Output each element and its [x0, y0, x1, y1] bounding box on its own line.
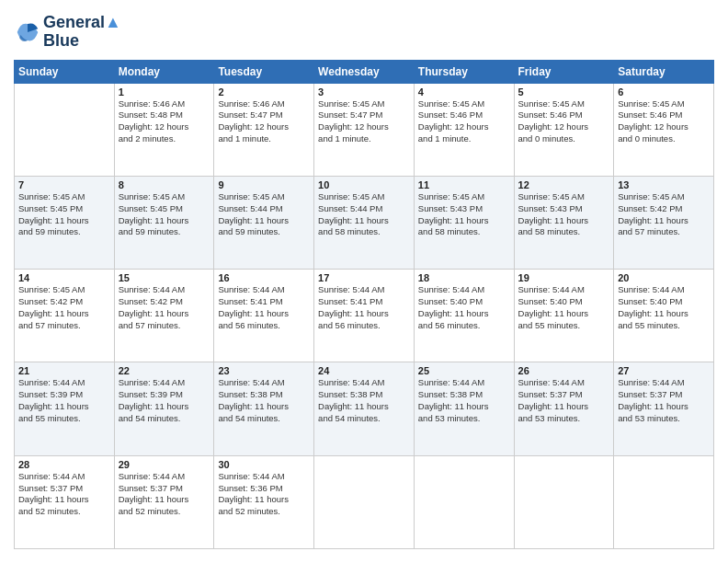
calendar-cell: 8Sunrise: 5:45 AM Sunset: 5:45 PM Daylig…: [114, 176, 214, 269]
header: General▲ Blue: [14, 14, 714, 51]
day-number: 19: [518, 272, 610, 283]
calendar-cell: 4Sunrise: 5:45 AM Sunset: 5:46 PM Daylig…: [414, 83, 514, 176]
calendar-week-5: 28Sunrise: 5:44 AM Sunset: 5:37 PM Dayli…: [15, 455, 714, 548]
day-header-saturday: Saturday: [614, 60, 714, 83]
cell-info: Sunrise: 5:44 AM Sunset: 5:40 PM Dayligh…: [518, 284, 610, 331]
calendar-cell: [614, 455, 714, 548]
calendar-week-4: 21Sunrise: 5:44 AM Sunset: 5:39 PM Dayli…: [15, 362, 714, 455]
cell-info: Sunrise: 5:45 AM Sunset: 5:42 PM Dayligh…: [18, 284, 110, 331]
day-header-sunday: Sunday: [15, 60, 115, 83]
day-number: 23: [218, 365, 310, 376]
calendar-table: SundayMondayTuesdayWednesdayThursdayFrid…: [14, 60, 714, 549]
cell-info: Sunrise: 5:44 AM Sunset: 5:38 PM Dayligh…: [218, 377, 310, 424]
day-number: 2: [218, 86, 310, 98]
calendar-cell: 6Sunrise: 5:45 AM Sunset: 5:46 PM Daylig…: [614, 83, 714, 176]
calendar-cell: [15, 83, 115, 176]
cell-info: Sunrise: 5:46 AM Sunset: 5:48 PM Dayligh…: [119, 98, 210, 145]
calendar-cell: 21Sunrise: 5:44 AM Sunset: 5:39 PM Dayli…: [15, 362, 115, 455]
day-number: 20: [618, 272, 710, 283]
calendar-cell: 1Sunrise: 5:46 AM Sunset: 5:48 PM Daylig…: [114, 83, 214, 176]
cell-info: Sunrise: 5:44 AM Sunset: 5:37 PM Dayligh…: [618, 377, 710, 424]
cell-info: Sunrise: 5:45 AM Sunset: 5:45 PM Dayligh…: [119, 191, 210, 238]
day-number: 3: [318, 86, 410, 98]
day-number: 22: [119, 365, 210, 376]
day-number: 5: [518, 86, 610, 98]
page: General▲ Blue SundayMondayTuesdayWednesd…: [0, 0, 728, 563]
calendar-cell: 26Sunrise: 5:44 AM Sunset: 5:37 PM Dayli…: [514, 362, 614, 455]
cell-info: Sunrise: 5:44 AM Sunset: 5:38 PM Dayligh…: [318, 377, 410, 424]
calendar-cell: 15Sunrise: 5:44 AM Sunset: 5:42 PM Dayli…: [114, 270, 214, 362]
cell-info: Sunrise: 5:44 AM Sunset: 5:41 PM Dayligh…: [318, 284, 410, 331]
calendar-cell: 10Sunrise: 5:45 AM Sunset: 5:44 PM Dayli…: [314, 176, 415, 269]
calendar-cell: 20Sunrise: 5:44 AM Sunset: 5:40 PM Dayli…: [614, 270, 714, 362]
cell-info: Sunrise: 5:44 AM Sunset: 5:41 PM Dayligh…: [218, 284, 310, 331]
cell-info: Sunrise: 5:45 AM Sunset: 5:43 PM Dayligh…: [518, 191, 610, 238]
calendar-cell: 30Sunrise: 5:44 AM Sunset: 5:36 PM Dayli…: [214, 455, 314, 548]
calendar-week-2: 7Sunrise: 5:45 AM Sunset: 5:45 PM Daylig…: [15, 176, 714, 269]
day-number: 6: [618, 86, 710, 98]
day-header-tuesday: Tuesday: [214, 60, 314, 83]
calendar-cell: 24Sunrise: 5:44 AM Sunset: 5:38 PM Dayli…: [314, 362, 415, 455]
calendar-cell: [414, 455, 514, 548]
logo-text: General▲ Blue: [43, 14, 121, 51]
day-number: 16: [218, 272, 310, 283]
cell-info: Sunrise: 5:44 AM Sunset: 5:37 PM Dayligh…: [18, 471, 110, 518]
day-number: 29: [119, 459, 210, 470]
calendar-cell: 18Sunrise: 5:44 AM Sunset: 5:40 PM Dayli…: [414, 270, 514, 362]
calendar-cell: 28Sunrise: 5:44 AM Sunset: 5:37 PM Dayli…: [15, 455, 115, 548]
cell-info: Sunrise: 5:44 AM Sunset: 5:40 PM Dayligh…: [618, 284, 710, 331]
day-header-thursday: Thursday: [414, 60, 514, 83]
day-number: 8: [119, 179, 210, 190]
cell-info: Sunrise: 5:45 AM Sunset: 5:42 PM Dayligh…: [618, 191, 710, 238]
logo-icon: [14, 18, 41, 46]
cell-info: Sunrise: 5:44 AM Sunset: 5:38 PM Dayligh…: [418, 377, 510, 424]
cell-info: Sunrise: 5:44 AM Sunset: 5:39 PM Dayligh…: [119, 377, 210, 424]
calendar-cell: 9Sunrise: 5:45 AM Sunset: 5:44 PM Daylig…: [214, 176, 314, 269]
calendar-cell: 12Sunrise: 5:45 AM Sunset: 5:43 PM Dayli…: [514, 176, 614, 269]
calendar-cell: 5Sunrise: 5:45 AM Sunset: 5:46 PM Daylig…: [514, 83, 614, 176]
calendar-header-row: SundayMondayTuesdayWednesdayThursdayFrid…: [15, 60, 714, 83]
calendar-cell: 7Sunrise: 5:45 AM Sunset: 5:45 PM Daylig…: [15, 176, 115, 269]
calendar-cell: 29Sunrise: 5:44 AM Sunset: 5:37 PM Dayli…: [114, 455, 214, 548]
cell-info: Sunrise: 5:45 AM Sunset: 5:47 PM Dayligh…: [318, 98, 410, 145]
day-number: 21: [18, 365, 110, 376]
calendar-week-3: 14Sunrise: 5:45 AM Sunset: 5:42 PM Dayli…: [15, 270, 714, 362]
cell-info: Sunrise: 5:44 AM Sunset: 5:39 PM Dayligh…: [18, 377, 110, 424]
cell-info: Sunrise: 5:44 AM Sunset: 5:36 PM Dayligh…: [218, 471, 310, 518]
cell-info: Sunrise: 5:45 AM Sunset: 5:46 PM Dayligh…: [418, 98, 510, 145]
calendar-cell: 17Sunrise: 5:44 AM Sunset: 5:41 PM Dayli…: [314, 270, 415, 362]
cell-info: Sunrise: 5:45 AM Sunset: 5:44 PM Dayligh…: [218, 191, 310, 238]
calendar-cell: 14Sunrise: 5:45 AM Sunset: 5:42 PM Dayli…: [15, 270, 115, 362]
day-number: 15: [119, 272, 210, 283]
cell-info: Sunrise: 5:45 AM Sunset: 5:46 PM Dayligh…: [618, 98, 710, 145]
day-number: 17: [318, 272, 410, 283]
day-number: 13: [618, 179, 710, 190]
cell-info: Sunrise: 5:44 AM Sunset: 5:42 PM Dayligh…: [119, 284, 210, 331]
day-number: 11: [418, 179, 510, 190]
calendar-cell: 22Sunrise: 5:44 AM Sunset: 5:39 PM Dayli…: [114, 362, 214, 455]
day-number: 9: [218, 179, 310, 190]
calendar-week-1: 1Sunrise: 5:46 AM Sunset: 5:48 PM Daylig…: [15, 83, 714, 176]
day-number: 30: [218, 459, 310, 470]
day-number: 10: [318, 179, 410, 190]
calendar-cell: 16Sunrise: 5:44 AM Sunset: 5:41 PM Dayli…: [214, 270, 314, 362]
day-header-monday: Monday: [114, 60, 214, 83]
cell-info: Sunrise: 5:44 AM Sunset: 5:40 PM Dayligh…: [418, 284, 510, 331]
day-number: 7: [18, 179, 110, 190]
calendar-cell: 11Sunrise: 5:45 AM Sunset: 5:43 PM Dayli…: [414, 176, 514, 269]
cell-info: Sunrise: 5:45 AM Sunset: 5:43 PM Dayligh…: [418, 191, 510, 238]
cell-info: Sunrise: 5:44 AM Sunset: 5:37 PM Dayligh…: [518, 377, 610, 424]
calendar-cell: 25Sunrise: 5:44 AM Sunset: 5:38 PM Dayli…: [414, 362, 514, 455]
calendar-cell: 13Sunrise: 5:45 AM Sunset: 5:42 PM Dayli…: [614, 176, 714, 269]
day-number: 14: [18, 272, 110, 283]
calendar-cell: 23Sunrise: 5:44 AM Sunset: 5:38 PM Dayli…: [214, 362, 314, 455]
logo: General▲ Blue: [14, 14, 121, 51]
day-number: 1: [119, 86, 210, 98]
day-number: 28: [18, 459, 110, 470]
calendar-cell: 27Sunrise: 5:44 AM Sunset: 5:37 PM Dayli…: [614, 362, 714, 455]
cell-info: Sunrise: 5:46 AM Sunset: 5:47 PM Dayligh…: [218, 98, 310, 145]
calendar-cell: 3Sunrise: 5:45 AM Sunset: 5:47 PM Daylig…: [314, 83, 415, 176]
calendar-cell: 19Sunrise: 5:44 AM Sunset: 5:40 PM Dayli…: [514, 270, 614, 362]
day-number: 26: [518, 365, 610, 376]
day-number: 4: [418, 86, 510, 98]
